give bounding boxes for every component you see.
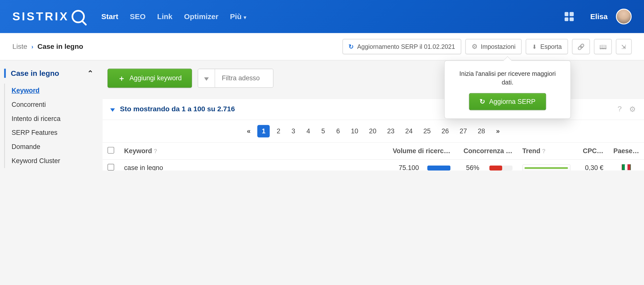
sidebar-item-serp-features[interactable]: SERP Features [11, 126, 94, 140]
sidebar-title[interactable]: Case in legno ⌃ [4, 69, 94, 78]
user-name[interactable]: Elisa [590, 12, 608, 21]
page: Case in legno ⌃ KeywordConcorrentiIntent… [0, 61, 644, 170]
pager-page-26[interactable]: 26 [438, 125, 453, 137]
sidebar-nav: KeywordConcorrentiIntento di ricercaSERP… [4, 84, 94, 168]
pager-page-5[interactable]: 5 [317, 125, 330, 137]
pager-page-1[interactable]: 1 [257, 125, 270, 137]
pager-page-24[interactable]: 24 [401, 125, 416, 137]
row-checkbox[interactable] [108, 164, 114, 170]
share-button[interactable] [572, 39, 590, 54]
add-keyword-button[interactable]: ＋ Aggiungi keyword [108, 69, 192, 88]
gear-icon [472, 43, 477, 51]
avatar[interactable] [616, 9, 632, 24]
pager-page-4[interactable]: 4 [302, 125, 314, 137]
flag-it-icon [622, 164, 631, 170]
table-row: case in legno75.10056%0,30 € [102, 160, 644, 170]
book-icon [600, 43, 606, 50]
cell-competition: 56% [455, 160, 484, 170]
pager-page-23[interactable]: 23 [383, 125, 398, 137]
results-count-label: Sto mostrando da 1 a 100 su 2.716 [120, 105, 235, 113]
pager-page-3[interactable]: 3 [287, 125, 300, 137]
search-icon [72, 10, 85, 23]
export-button[interactable]: Esporta [526, 39, 568, 54]
refresh-serp-button[interactable]: ↻ Aggiornamento SERP il 01.02.2021 [342, 39, 461, 54]
pagination: «1234561020232425262728» [102, 120, 644, 143]
sidebar-item-domande[interactable]: Domande [11, 140, 94, 154]
sidebar-item-intento-di-ricerca[interactable]: Intento di ricerca [11, 112, 94, 126]
col-keyword[interactable]: Keyword? [119, 143, 377, 160]
settings-label: Impostazioni [481, 43, 516, 50]
pager-page-28[interactable]: 28 [474, 125, 489, 137]
settings-button[interactable]: Impostazioni [466, 39, 522, 54]
cell-trend [518, 160, 576, 170]
cell-competition-bar [484, 160, 518, 170]
col-volume[interactable]: Volume di ricerc… [377, 143, 455, 160]
col-competition[interactable]: Concorrenza … [455, 143, 518, 160]
nav-item-più[interactable]: Più ▾ [230, 12, 246, 21]
keyword-table: Keyword? Volume di ricerc… Concorrenza …… [102, 143, 644, 170]
refresh-serp-popover: Inizia l'analisi per ricevere maggiori d… [444, 61, 571, 119]
nav-item-optimizer[interactable]: Optimizer [184, 12, 218, 21]
col-trend[interactable]: Trend? [518, 143, 576, 160]
subbar: Liste › Case in legno ↻ Aggiornamento SE… [0, 33, 644, 61]
pager-page-10[interactable]: 10 [347, 125, 362, 137]
sidebar-item-label: Concorrenti [12, 101, 46, 108]
select-all-checkbox[interactable] [108, 147, 114, 154]
sidebar-item-concorrenti[interactable]: Concorrenti [11, 98, 94, 112]
pager-page-2[interactable]: 2 [272, 125, 284, 137]
chevron-down-icon: ▾ [242, 14, 246, 20]
refresh-icon: ↻ [348, 43, 354, 50]
sidebar-item-label: Keyword Cluster [12, 157, 60, 164]
pager-last[interactable]: » [492, 125, 504, 137]
sidebar-item-keyword[interactable]: Keyword [11, 84, 94, 98]
plus-icon: ＋ [118, 73, 125, 83]
breadcrumb-current: Case in legno [38, 42, 83, 51]
sidebar-item-label: Domande [12, 143, 40, 150]
col-select [102, 143, 119, 160]
download-icon [532, 43, 537, 50]
apps-icon[interactable] [564, 12, 574, 21]
pager-page-27[interactable]: 27 [456, 125, 471, 137]
primary-nav: StartSEOLinkOptimizerPiù ▾ [101, 12, 246, 21]
nav-item-link[interactable]: Link [157, 12, 173, 21]
help-icon[interactable]: ? [154, 148, 157, 154]
sidebar-item-label: Keyword [12, 87, 40, 94]
cell-keyword[interactable]: case in legno [119, 160, 377, 170]
filter-input[interactable] [215, 69, 273, 87]
cell-volume: 75.100 [377, 160, 422, 170]
cell-volume-bar [422, 160, 456, 170]
popover-refresh-button[interactable]: ↻ Aggiorna SERP [470, 93, 546, 110]
sidebar-title-text: Case in legno [11, 69, 59, 78]
filter-group [198, 69, 274, 88]
refresh-icon: ↻ [480, 98, 485, 106]
cell-country [608, 160, 644, 170]
popover-refresh-label: Aggiorna SERP [489, 98, 536, 105]
sidebar-item-keyword-cluster[interactable]: Keyword Cluster [11, 154, 94, 168]
col-cpc[interactable]: CPC… [576, 143, 608, 160]
sidebar-item-label: Intento di ricerca [12, 115, 61, 122]
col-country[interactable]: Paese… [608, 143, 644, 160]
pager-page-6[interactable]: 6 [332, 125, 344, 137]
share-icon [577, 43, 584, 50]
funnel-icon[interactable] [111, 105, 114, 113]
docs-button[interactable] [594, 39, 612, 54]
sidebar-item-label: SERP Features [12, 129, 58, 136]
gear-icon[interactable]: ⚙ [629, 105, 636, 114]
popover-text: Inizia l'analisi per ricevere maggiori d… [453, 69, 562, 87]
breadcrumb-root[interactable]: Liste [12, 42, 27, 51]
help-icon[interactable]: ? [542, 148, 546, 154]
breadcrumb: Liste › Case in legno [12, 42, 83, 51]
nav-item-start[interactable]: Start [101, 12, 118, 21]
filter-icon[interactable] [198, 69, 215, 87]
sidebar: Case in legno ⌃ KeywordConcorrentiIntent… [0, 61, 102, 170]
brand-logo[interactable]: SISTRIX [12, 10, 85, 23]
pager-first[interactable]: « [242, 125, 255, 137]
help-icon[interactable]: ? [618, 105, 622, 114]
chevron-up-icon: ⌃ [87, 69, 94, 78]
pager-page-20[interactable]: 20 [365, 125, 380, 137]
pager-page-25[interactable]: 25 [419, 125, 435, 137]
shortcut-button[interactable] [616, 39, 632, 54]
nav-item-seo[interactable]: SEO [130, 12, 146, 21]
content: ＋ Aggiungi keyword Sto mostrando da 1 a … [102, 61, 644, 170]
add-keyword-label: Aggiungi keyword [130, 75, 182, 82]
